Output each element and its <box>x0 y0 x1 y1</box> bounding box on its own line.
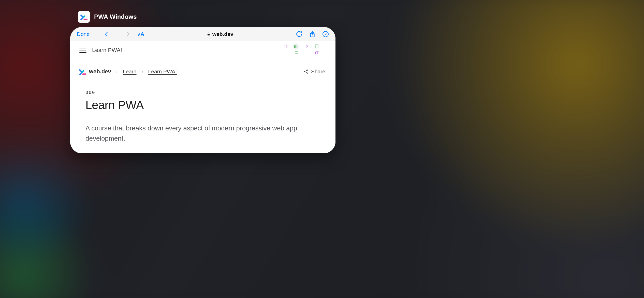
svg-rect-12 <box>297 47 297 48</box>
svg-rect-10 <box>294 47 295 48</box>
app-switcher-header: PWA Windows <box>78 11 137 23</box>
bell-icon <box>303 43 311 49</box>
chevron-right-icon <box>125 31 131 37</box>
article-lede: A course that breaks down every aspect o… <box>85 123 299 144</box>
share-label: Share <box>311 69 325 75</box>
address-display[interactable]: web.dev <box>147 31 294 37</box>
chevron-left-icon <box>104 31 109 37</box>
compass-icon <box>322 31 329 37</box>
svg-rect-15 <box>315 52 317 54</box>
forward-button <box>124 31 132 37</box>
hamburger-menu-button[interactable] <box>79 48 86 53</box>
reload-icon <box>296 31 302 37</box>
svg-rect-11 <box>296 47 296 48</box>
breadcrumb-learn-pwa[interactable]: Learn PWA! <box>148 69 177 75</box>
svg-rect-6 <box>297 45 297 46</box>
svg-rect-9 <box>297 46 297 47</box>
laptop-icon <box>293 50 300 56</box>
webdev-logo-icon <box>79 68 86 75</box>
brand-text: web.dev <box>89 68 111 75</box>
svg-rect-0 <box>208 34 210 35</box>
breadcrumb: web.dev › Learn › Learn PWA! Share <box>78 59 328 75</box>
svg-point-3 <box>286 47 287 48</box>
brand-home-link[interactable]: web.dev <box>79 68 111 75</box>
page-title: Learn PWA <box>85 98 320 112</box>
app-preview-card[interactable]: Done AA web.dev <box>70 27 335 153</box>
svg-rect-13 <box>316 44 318 48</box>
done-button[interactable]: Done <box>77 31 90 37</box>
article: 000 Learn PWA A course that breaks down … <box>78 75 328 144</box>
share-button[interactable] <box>309 31 316 37</box>
back-button[interactable] <box>102 31 111 37</box>
export-device-icon <box>313 50 321 56</box>
phone-portrait-icon <box>313 43 321 49</box>
page-content: Learn PWA! <box>70 41 335 153</box>
svg-rect-5 <box>296 45 296 46</box>
svg-rect-8 <box>296 46 296 47</box>
chevron-right-icon: › <box>116 69 118 74</box>
site-header: Learn PWA! <box>78 41 328 59</box>
article-number: 000 <box>85 90 320 95</box>
lock-icon <box>207 32 210 36</box>
webdev-logo-icon <box>80 13 88 21</box>
hamburger-line-icon <box>79 52 86 53</box>
site-header-title: Learn PWA! <box>92 47 122 53</box>
wifi-icon <box>283 43 290 49</box>
text-size-small-a-icon: A <box>138 33 140 37</box>
svg-rect-4 <box>294 45 295 46</box>
share-icon <box>309 31 316 37</box>
grid-icon-button[interactable] <box>293 43 299 49</box>
share-nodes-icon <box>303 69 309 74</box>
app-title: PWA Windows <box>94 13 137 20</box>
hamburger-line-icon <box>79 48 86 48</box>
page-share-button[interactable]: Share <box>303 69 327 75</box>
breadcrumb-learn[interactable]: Learn <box>123 69 137 75</box>
text-size-large-a-icon: A <box>140 31 144 37</box>
domain-label: web.dev <box>212 31 233 37</box>
app-icon <box>78 11 90 23</box>
in-app-browser-toolbar: Done AA web.dev <box>70 27 335 41</box>
svg-rect-7 <box>294 46 295 47</box>
device-status-icons <box>283 43 321 56</box>
chevron-right-icon: › <box>142 69 143 74</box>
reload-button[interactable] <box>296 31 302 37</box>
text-size-button[interactable]: AA <box>138 31 144 37</box>
hamburger-line-icon <box>79 50 86 50</box>
open-in-safari-button[interactable] <box>322 31 329 37</box>
svg-rect-14 <box>295 51 298 53</box>
